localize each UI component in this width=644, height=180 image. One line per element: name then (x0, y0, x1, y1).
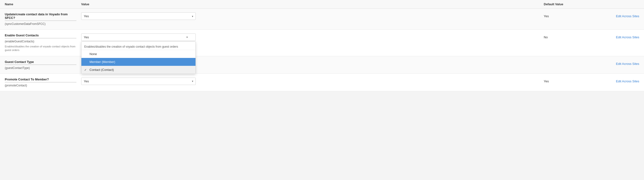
table-row: Promote Contact To Member? (promoteConta… (0, 74, 644, 91)
setting-description: Enables/disables the creation of voyado … (5, 45, 76, 52)
dropdown-item-none[interactable]: None (82, 50, 196, 58)
setting-name: Guest Contact Type (5, 60, 76, 65)
edit-across-sites-link-sync[interactable]: Edit Across Sites (616, 14, 639, 18)
setting-code: (promoteContact) (5, 84, 76, 87)
name-cell-sync: Update/create contact data in Voyado fro… (5, 13, 81, 26)
default-value-guest: No (544, 34, 592, 39)
dropdown-item-contact[interactable]: ✓ Contact (Contact) (82, 66, 196, 74)
name-cell-guest: Enable Guest Contacts (enableGuestContac… (5, 34, 81, 52)
dropdown-hint: Enables/disables the creation of voyado … (82, 43, 196, 50)
value-cell-sync: Yes No ▾ (81, 13, 544, 20)
action-cell-gct: Edit Across Sites (592, 60, 639, 66)
name-cell-gct: Guest Contact Type (guestContactType) (5, 60, 81, 70)
dropdown-container-guest: Yes ▾ Enables/disables the creation of v… (81, 34, 539, 41)
default-value-gct (544, 60, 592, 62)
setting-code: (guestContactType) (5, 66, 76, 70)
action-cell-guest: Edit Across Sites (592, 34, 639, 39)
action-cell-sync: Edit Across Sites (592, 13, 639, 18)
header-value: Value (81, 3, 544, 6)
select-wrapper-sync: Yes No ▾ (81, 13, 196, 20)
setting-code: (enableGuestContacts) (5, 40, 76, 43)
header-default: Default Value (544, 3, 592, 6)
setting-code: (syncCustomerDataFromSFCC) (5, 22, 76, 26)
edit-across-sites-link-promote[interactable]: Edit Across Sites (616, 79, 639, 83)
header-name: Name (5, 3, 81, 6)
dropdown-item-label: None (90, 52, 97, 56)
action-cell-promote: Edit Across Sites (592, 77, 639, 83)
edit-across-sites-link-guest[interactable]: Edit Across Sites (616, 35, 639, 39)
dropdown-item-label: Member (Member) (90, 60, 115, 64)
table-header: Name Value Default Value (0, 0, 644, 9)
select-wrapper-promote: Yes No ▾ (81, 77, 196, 85)
header-action (592, 3, 639, 6)
table-row: Update/create contact data in Voyado fro… (0, 9, 644, 30)
value-cell-guest: Yes ▾ Enables/disables the creation of v… (81, 34, 544, 41)
settings-table: Name Value Default Value Update/create c… (0, 0, 644, 91)
setting-name: Enable Guest Contacts (5, 34, 76, 38)
value-select-sync[interactable]: Yes No (81, 13, 196, 20)
dropdown-selected-value: Yes (84, 35, 89, 39)
default-value-sync: Yes (544, 13, 592, 18)
dropdown-trigger-guest[interactable]: Yes ▾ (81, 34, 196, 41)
table-row: Enable Guest Contacts (enableGuestContac… (0, 30, 644, 56)
dropdown-item-label: Contact (Contact) (90, 68, 114, 71)
default-value-promote: Yes (544, 77, 592, 83)
edit-across-sites-link-gct[interactable]: Edit Across Sites (616, 62, 639, 66)
value-cell-promote: Yes No ▾ (81, 77, 544, 85)
setting-name: Update/create contact data in Voyado fro… (5, 13, 76, 21)
check-icon: ✓ (84, 68, 88, 71)
dropdown-item-member[interactable]: Member (Member) (82, 58, 196, 66)
value-select-promote[interactable]: Yes No (81, 77, 196, 85)
name-cell-promote: Promote Contact To Member? (promoteConta… (5, 77, 81, 87)
dropdown-menu-guest: Enables/disables the creation of voyado … (81, 41, 196, 74)
setting-name: Promote Contact To Member? (5, 77, 76, 82)
chevron-down-icon: ▾ (186, 36, 188, 39)
